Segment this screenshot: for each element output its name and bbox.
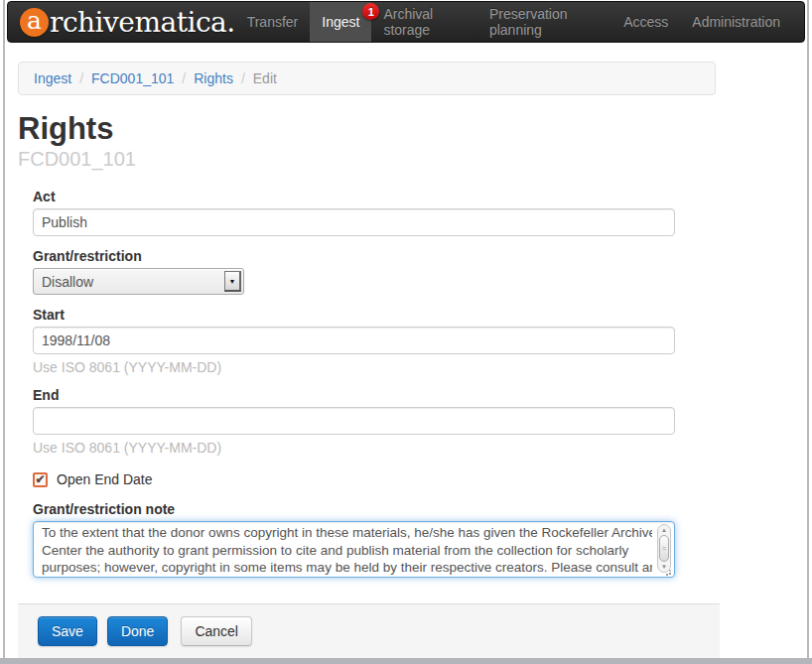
grant-restriction-select[interactable]: Disallow ▼ (33, 268, 244, 295)
breadcrumb-ingest[interactable]: Ingest (34, 68, 71, 88)
scroll-up-icon[interactable]: ▲ (661, 527, 667, 533)
note-line-2: Center the authority to grant permission… (42, 542, 652, 560)
breadcrumb-edit-current: Edit (253, 68, 277, 88)
breadcrumb-separator: / (174, 68, 194, 88)
start-help-text: Use ISO 8061 (YYYY-MM-DD) (33, 359, 675, 375)
nav-item-ingest[interactable]: Ingest 1 (310, 2, 371, 42)
open-end-date-label: Open End Date (57, 471, 153, 487)
save-button[interactable]: Save (38, 616, 97, 646)
main-navigation: Transfer Ingest 1 Archival storage Prese… (235, 2, 792, 42)
grant-note-field-group: Grant/restriction note To the extent tha… (33, 501, 675, 578)
form-actions-bar: Save Done Cancel (18, 603, 720, 658)
start-field-group: Start Use ISO 8061 (YYYY-MM-DD) (33, 307, 675, 375)
note-line-3: purposes; however, copyright in some ite… (42, 559, 652, 577)
page-content: Ingest / FCD001_101 / Rights / Edit Righ… (0, 0, 812, 658)
brand-wordmark: rchivematica. (50, 6, 235, 39)
rights-edit-form: Act Grant/restriction Disallow ▼ Start U… (33, 189, 675, 578)
done-button[interactable]: Done (107, 616, 168, 646)
brand-a-icon: a (20, 8, 49, 37)
nav-item-preservation-planning[interactable]: Preservation planning (477, 2, 611, 42)
note-line-1: To the extent that the donor owns copyri… (42, 524, 652, 542)
open-end-date-row: ✔ Open End Date (33, 471, 675, 487)
thumb-grip-icon: = (662, 545, 666, 552)
breadcrumb-separator: / (233, 68, 253, 88)
grant-restriction-label: Grant/restriction (33, 248, 675, 264)
grant-note-label: Grant/restriction note (33, 501, 675, 517)
breadcrumb: Ingest / FCD001_101 / Rights / Edit (18, 62, 716, 95)
grant-note-textarea[interactable]: To the extent that the donor owns copyri… (33, 521, 675, 578)
page-subtitle: FCD001_101 (18, 147, 812, 171)
chevron-down-icon: ▼ (229, 278, 236, 285)
resize-grip-icon[interactable] (669, 573, 671, 575)
act-label: Act (33, 189, 675, 204)
act-field-group: Act (33, 189, 675, 236)
archivematica-logo[interactable]: a rchivematica. (20, 6, 235, 39)
end-field-group: End Use ISO 8061 (YYYY-MM-DD) (33, 387, 675, 456)
start-date-input[interactable] (33, 327, 675, 354)
checkbox-check-icon: ✔ (35, 473, 45, 485)
start-label: Start (33, 307, 675, 323)
textarea-scrollbar[interactable]: ▲ = ▼ (657, 524, 671, 573)
grant-restriction-field-group: Grant/restriction Disallow ▼ (33, 248, 675, 295)
breadcrumb-fcd001-101[interactable]: FCD001_101 (91, 68, 174, 88)
end-label: End (33, 387, 675, 403)
end-date-input[interactable] (33, 407, 675, 435)
nav-item-access[interactable]: Access (611, 2, 680, 42)
breadcrumb-separator: / (71, 68, 91, 88)
scroll-down-icon[interactable]: ▼ (661, 564, 667, 570)
cancel-button[interactable]: Cancel (181, 616, 252, 646)
title-block: Rights FCD001_101 (18, 111, 812, 171)
top-navbar: a rchivematica. Transfer Ingest 1 Archiv… (7, 1, 805, 43)
end-help-text: Use ISO 8061 (YYYY-MM-DD) (33, 440, 675, 456)
window-frame-bottom (0, 658, 812, 664)
open-end-date-checkbox[interactable]: ✔ (33, 472, 48, 487)
select-dropdown-button[interactable]: ▼ (224, 271, 241, 292)
page-title: Rights (18, 111, 812, 147)
nav-item-administration[interactable]: Administration (680, 2, 792, 42)
act-input[interactable] (33, 208, 675, 236)
nav-item-transfer[interactable]: Transfer (235, 2, 311, 42)
breadcrumb-rights[interactable]: Rights (194, 68, 233, 88)
scrollbar-thumb[interactable]: = (659, 535, 669, 562)
nav-item-archival-storage[interactable]: Archival storage (371, 2, 476, 42)
grant-restriction-selected-value: Disallow (42, 274, 93, 290)
